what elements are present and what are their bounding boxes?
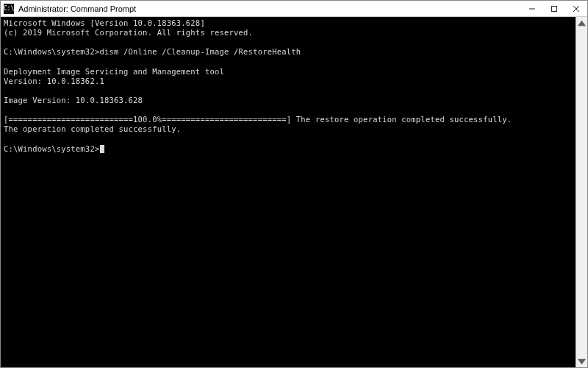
window-controls: [521, 1, 587, 16]
command-line-1: C:\Windows\system32>dism /Online /Cleanu…: [4, 47, 573, 57]
maximize-button[interactable]: [543, 1, 565, 16]
image-version-line: Image Version: 10.0.18363.628: [4, 96, 573, 105]
progress-line: [==========================100.0%=======…: [4, 115, 573, 124]
scroll-down-button[interactable]: [576, 355, 587, 367]
window-title: Administrator: Command Prompt: [18, 4, 521, 13]
chevron-up-icon: [576, 18, 587, 29]
command-line-2: C:\Windows\system32>: [4, 144, 573, 154]
maximize-icon: [551, 5, 558, 13]
os-version-line: Microsoft Windows [Version 10.0.18363.62…: [4, 18, 573, 28]
vertical-scrollbar[interactable]: [576, 17, 587, 367]
close-icon: [573, 5, 580, 13]
scrollbar-track[interactable]: [576, 29, 587, 355]
cmd-icon: C:\: [4, 4, 14, 14]
cursor: [100, 145, 104, 153]
minimize-icon: [528, 5, 536, 13]
svg-rect-1: [552, 6, 557, 11]
content-area: Microsoft Windows [Version 10.0.18363.62…: [1, 17, 587, 367]
minimize-button[interactable]: [521, 1, 543, 16]
blank-line: [4, 135, 573, 144]
chevron-down-icon: [576, 356, 587, 367]
command-prompt-window: C:\ Administrator: Command Prompt Micros…: [0, 0, 588, 368]
blank-line: [4, 38, 573, 47]
prompt-path: C:\Windows\system32>: [4, 47, 99, 56]
svg-marker-5: [578, 358, 586, 364]
terminal-output[interactable]: Microsoft Windows [Version 10.0.18363.62…: [1, 17, 576, 367]
close-button[interactable]: [565, 1, 587, 16]
copyright-line: (c) 2019 Microsoft Corporation. All righ…: [4, 28, 573, 38]
svg-marker-4: [578, 20, 586, 26]
tool-name-line: Deployment Image Servicing and Managemen…: [4, 67, 573, 77]
titlebar[interactable]: C:\ Administrator: Command Prompt: [1, 1, 587, 17]
prompt-path: C:\Windows\system32>: [4, 144, 99, 153]
blank-line: [4, 57, 573, 67]
blank-line: [4, 105, 573, 115]
command-text: dism /Online /Cleanup-Image /RestoreHeal…: [99, 47, 301, 56]
tool-version-line: Version: 10.0.18362.1: [4, 77, 573, 86]
success-line: The operation completed successfully.: [4, 124, 573, 134]
blank-line: [4, 86, 573, 96]
scroll-up-button[interactable]: [576, 17, 587, 29]
